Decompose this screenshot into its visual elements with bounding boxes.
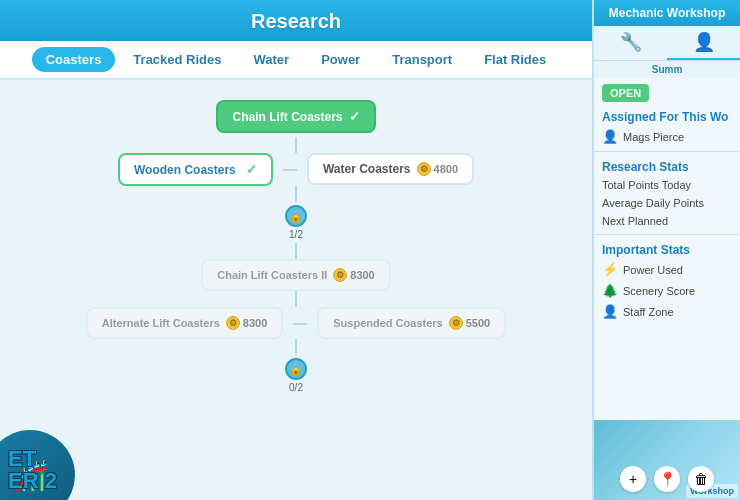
stat-power-used: ⚡ Power Used [594, 259, 740, 280]
node-wooden[interactable]: Wooden Coasters ✓ [118, 153, 273, 186]
tab-tracked-rides[interactable]: Tracked Rides [119, 47, 235, 72]
mech-tab-person[interactable]: 👤 [667, 26, 740, 60]
h-connector [283, 169, 297, 171]
cost-value: 8300 [350, 269, 374, 281]
node-label: Chain Lift Coasters II [217, 269, 327, 281]
coin-icon: ⚙ [417, 162, 431, 176]
mech-tab-tool[interactable]: 🔧 [594, 26, 667, 60]
assigned-person: Mags Pierce [623, 131, 684, 143]
tab-water[interactable]: Water [240, 47, 304, 72]
h-connector-2 [293, 323, 307, 325]
cost-badge: ⚙ 5500 [449, 316, 490, 330]
stat-total-points: Total Points Today [594, 176, 740, 194]
important-title: Important Stats [594, 239, 740, 259]
node-suspended[interactable]: Suspended Coasters ⚙ 5500 [317, 307, 506, 339]
next-planned-label: Next Planned [602, 215, 668, 227]
scenery-label: Scenery Score [623, 285, 695, 297]
research-header: Research [0, 0, 592, 41]
node-alt[interactable]: Alternate Lift Coasters ⚙ 8300 [86, 307, 283, 339]
lock-group-2: 🔒 0/2 [285, 358, 307, 393]
node-label: Alternate Lift Coasters [102, 317, 220, 329]
tree-branch-wooden: Wooden Coasters ✓ [118, 153, 273, 186]
tab-power[interactable]: Power [307, 47, 374, 72]
connector-v3 [295, 243, 297, 259]
tree-branch-suspended: Suspended Coasters ⚙ 5500 [317, 307, 506, 339]
tabs-row: Coasters Tracked Rides Water Power Trans… [0, 41, 592, 80]
assigned-title: Assigned For This Wo [594, 106, 740, 126]
connector-v5 [295, 339, 297, 355]
tree-branch-chain2: Chain Lift Coasters II ⚙ 8300 [201, 259, 391, 291]
assigned-person-row: 👤 Mags Pierce [594, 126, 740, 147]
coin-icon: ⚙ [449, 316, 463, 330]
coin-icon: ⚙ [333, 268, 347, 282]
logo-area: 🎢 ET ER 2 [0, 380, 120, 500]
stat-staff-zone: 👤 Staff Zone [594, 301, 740, 322]
node-label: Suspended Coasters [333, 317, 442, 329]
pin-button[interactable]: 📍 [654, 466, 680, 492]
tree-branch-chain-lift: Chain Lift Coasters ✓ [216, 100, 375, 133]
cost-value: 5500 [466, 317, 490, 329]
tree-branch-alt: Alternate Lift Coasters ⚙ 8300 [86, 307, 283, 339]
divider-1 [594, 151, 740, 152]
cost-badge: ⚙ 4800 [417, 162, 458, 176]
connector-v4 [295, 291, 297, 307]
logo-line2: ER 2 [8, 470, 57, 492]
logo-text: ET ER 2 [8, 448, 57, 492]
node-water[interactable]: Water Coasters ⚙ 4800 [307, 153, 474, 185]
check-icon: ✓ [246, 162, 257, 177]
tree-row-level4: Alternate Lift Coasters ⚙ 8300 Suspended… [86, 307, 506, 339]
divider-2 [594, 234, 740, 235]
status-badge: OPEN [602, 84, 649, 102]
tree-branch-water: Water Coasters ⚙ 4800 [307, 153, 474, 185]
tree-row-level2: Wooden Coasters ✓ Water Coasters ⚙ 4800 [118, 153, 474, 186]
node-label: Wooden Coasters [134, 163, 240, 177]
tab-coasters[interactable]: Coasters [32, 47, 116, 72]
stat-next-planned: Next Planned [594, 212, 740, 230]
connector-v2 [295, 186, 297, 202]
lock-group-1: 🔒 1/2 [285, 205, 307, 240]
stats-title: Research Stats [594, 156, 740, 176]
power-icon: ⚡ [602, 262, 618, 277]
left-panel: Research Coasters Tracked Rides Water Po… [0, 0, 592, 500]
stat-avg-daily: Average Daily Points [594, 194, 740, 212]
mechanic-title: Mechanic Workshop [609, 6, 725, 20]
cost-value: 4800 [434, 163, 458, 175]
right-bottom-image: Workshop + 📍 🗑 [594, 420, 740, 500]
node-label: Water Coasters [323, 162, 411, 176]
stat-scenery: 🌲 Scenery Score [594, 280, 740, 301]
tab-flat-rides[interactable]: Flat Rides [470, 47, 560, 72]
lock-label-1: 1/2 [289, 229, 303, 240]
person-icon: 👤 [602, 129, 618, 144]
right-panel: Mechanic Workshop 🔧 👤 Summ OPEN Assigned… [592, 0, 740, 500]
power-label: Power Used [623, 264, 683, 276]
cost-badge: ⚙ 8300 [226, 316, 267, 330]
summary-label: Summ [594, 61, 740, 78]
staff-label: Staff Zone [623, 306, 674, 318]
open-badge: OPEN [594, 78, 740, 106]
mechanic-header: Mechanic Workshop [594, 0, 740, 26]
add-button[interactable]: + [620, 466, 646, 492]
avg-daily-label: Average Daily Points [602, 197, 704, 209]
lock-icon: 🔒 [289, 210, 303, 223]
coin-icon: ⚙ [226, 316, 240, 330]
page-title: Research [0, 10, 592, 41]
delete-button[interactable]: 🗑 [688, 466, 714, 492]
bottom-icons-row: + 📍 🗑 [594, 458, 740, 500]
lock-badge-1: 🔒 [285, 205, 307, 227]
logo-line1: ET [8, 448, 57, 470]
scenery-icon: 🌲 [602, 283, 618, 298]
cost-badge: ⚙ 8300 [333, 268, 374, 282]
lock-label-2: 0/2 [289, 382, 303, 393]
tab-transport[interactable]: Transport [378, 47, 466, 72]
connector-v1 [295, 137, 297, 153]
check-icon: ✓ [349, 109, 360, 124]
total-points-label: Total Points Today [602, 179, 691, 191]
lock-icon-2: 🔒 [289, 363, 303, 376]
cost-value: 8300 [243, 317, 267, 329]
node-chain2[interactable]: Chain Lift Coasters II ⚙ 8300 [201, 259, 391, 291]
mechanic-tabs: 🔧 👤 [594, 26, 740, 61]
lock-badge-2: 🔒 [285, 358, 307, 380]
node-label: Chain Lift Coasters [232, 110, 342, 124]
node-chain-lift[interactable]: Chain Lift Coasters ✓ [216, 100, 375, 133]
staff-icon: 👤 [602, 304, 618, 319]
